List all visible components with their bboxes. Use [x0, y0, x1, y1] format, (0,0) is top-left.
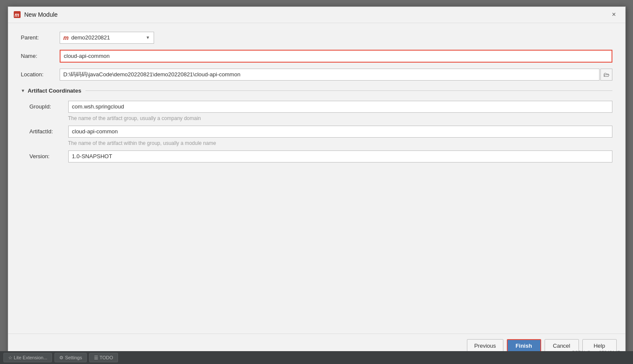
taskbar: ☆ Lite Extension... ⚙ Settings ☰ TODO [0, 351, 633, 364]
parent-row: Parent: m demo20220821 ▼ [21, 32, 612, 44]
parent-label: Parent: [21, 34, 60, 41]
artifact-section-header[interactable]: ▼ Artifact Coordinates [21, 87, 612, 94]
dropdown-arrow-icon: ▼ [146, 35, 150, 40]
artifactid-label: ArtifactId: [30, 126, 68, 135]
name-control-wrap [60, 50, 612, 63]
section-divider [85, 90, 612, 91]
groupid-row: GroupId: [30, 101, 612, 113]
artifactid-row: ArtifactId: [30, 126, 612, 138]
name-input[interactable] [60, 50, 612, 63]
version-input-wrap [68, 150, 612, 162]
version-input[interactable] [68, 150, 612, 162]
version-row: Version: [30, 150, 612, 162]
location-browse-button[interactable]: 🗁 [600, 69, 612, 81]
parent-module-icon: m [64, 34, 69, 41]
groupid-input[interactable] [68, 101, 612, 113]
title-bar: m New Module × [8, 7, 625, 23]
svg-text:m: m [15, 12, 19, 18]
location-label: Location: [21, 71, 60, 78]
finish-button[interactable]: Finish [507, 339, 541, 352]
dialog-title: New Module [24, 11, 608, 18]
artifact-section-content: GroupId: The name of the artifact group,… [30, 101, 612, 162]
groupid-label: GroupId: [30, 101, 68, 110]
parent-dropdown-value: demo20220821 [71, 34, 146, 41]
version-label: Version: [30, 150, 68, 159]
name-row: Name: [21, 50, 612, 63]
groupid-hint: The name of the artifact group, usually … [68, 115, 612, 121]
artifactid-hint: The name of the artifact within the grou… [68, 140, 612, 146]
section-collapse-icon: ▼ [21, 88, 25, 93]
dialog-icon: m [13, 11, 21, 18]
parent-control-wrap: m demo20220821 ▼ [60, 32, 612, 44]
location-row: Location: 🗁 [21, 69, 612, 81]
artifact-section-title: Artifact Coordinates [27, 87, 81, 94]
previous-button[interactable]: Previous [467, 339, 503, 352]
dialog-body: Parent: m demo20220821 ▼ Name: Location:… [8, 23, 625, 334]
close-button[interactable]: × [608, 9, 620, 21]
new-module-dialog: m New Module × Parent: m demo20220821 ▼ … [8, 6, 626, 358]
parent-dropdown[interactable]: m demo20220821 ▼ [60, 32, 154, 44]
taskbar-item-todo[interactable]: ☰ TODO [89, 353, 118, 362]
taskbar-item-settings[interactable]: ⚙ Settings [55, 353, 87, 362]
name-label: Name: [21, 53, 60, 59]
taskbar-item-extension[interactable]: ☆ Lite Extension... [3, 353, 52, 362]
location-input[interactable] [60, 69, 600, 81]
groupid-input-wrap [68, 101, 612, 113]
artifactid-input-wrap [68, 126, 612, 138]
artifactid-input[interactable] [68, 126, 612, 138]
